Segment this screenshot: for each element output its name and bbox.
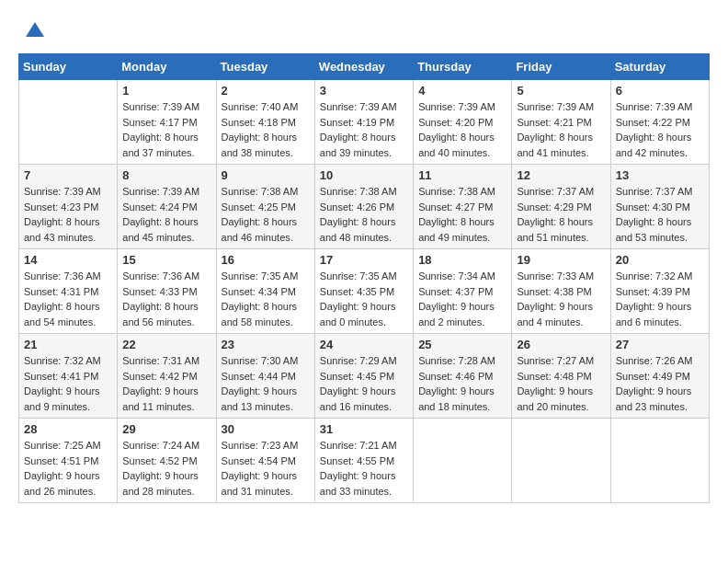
sunrise-text: Sunrise: 7:32 AM: [24, 353, 112, 369]
calendar-week-5: 28 Sunrise: 7:25 AM Sunset: 4:51 PM Dayl…: [19, 419, 710, 503]
daylight-text: Daylight: 8 hours and 53 minutes.: [616, 214, 704, 245]
calendar-cell: 18 Sunrise: 7:34 AM Sunset: 4:37 PM Dayl…: [414, 249, 512, 334]
day-header-wednesday: Wednesday: [314, 54, 413, 80]
day-number: 13: [616, 168, 704, 182]
sunset-text: Sunset: 4:39 PM: [616, 284, 704, 300]
sunrise-text: Sunrise: 7:39 AM: [418, 99, 506, 115]
day-info: Sunrise: 7:28 AM Sunset: 4:46 PM Dayligh…: [418, 353, 506, 414]
day-header-sunday: Sunday: [19, 54, 118, 80]
day-info: Sunrise: 7:36 AM Sunset: 4:33 PM Dayligh…: [122, 269, 210, 329]
calendar-cell: 4 Sunrise: 7:39 AM Sunset: 4:20 PM Dayli…: [414, 80, 512, 165]
daylight-text: Daylight: 9 hours and 4 minutes.: [517, 299, 605, 329]
calendar-week-2: 7 Sunrise: 7:39 AM Sunset: 4:23 PM Dayli…: [19, 165, 710, 249]
sunset-text: Sunset: 4:48 PM: [517, 369, 605, 385]
daylight-text: Daylight: 8 hours and 56 minutes.: [122, 299, 210, 329]
calendar-cell: 29 Sunrise: 7:24 AM Sunset: 4:52 PM Dayl…: [118, 419, 216, 503]
calendar-cell: 15 Sunrise: 7:36 AM Sunset: 4:33 PM Dayl…: [118, 249, 216, 334]
calendar-week-3: 14 Sunrise: 7:36 AM Sunset: 4:31 PM Dayl…: [19, 249, 710, 334]
day-number: 28: [24, 422, 112, 436]
day-header-tuesday: Tuesday: [216, 54, 314, 80]
day-number: 17: [320, 253, 408, 267]
daylight-text: Daylight: 9 hours and 2 minutes.: [418, 299, 506, 329]
day-number: 5: [517, 84, 605, 98]
day-number: 12: [517, 168, 605, 182]
day-number: 9: [222, 168, 310, 182]
day-number: 26: [517, 338, 605, 351]
sunrise-text: Sunrise: 7:39 AM: [616, 99, 704, 115]
calendar-cell: [414, 419, 512, 503]
daylight-text: Daylight: 9 hours and 13 minutes.: [222, 384, 310, 414]
calendar-cell: 10 Sunrise: 7:38 AM Sunset: 4:26 PM Dayl…: [314, 165, 413, 249]
day-number: 7: [24, 168, 112, 182]
sunset-text: Sunset: 4:26 PM: [320, 200, 408, 215]
sunset-text: Sunset: 4:49 PM: [616, 369, 704, 385]
sunrise-text: Sunrise: 7:36 AM: [122, 269, 210, 284]
daylight-text: Daylight: 8 hours and 45 minutes.: [122, 214, 210, 245]
day-number: 21: [24, 338, 112, 351]
daylight-text: Daylight: 8 hours and 46 minutes.: [222, 214, 310, 245]
day-number: 16: [222, 253, 310, 267]
day-info: Sunrise: 7:21 AM Sunset: 4:55 PM Dayligh…: [320, 438, 408, 499]
sunset-text: Sunset: 4:35 PM: [320, 284, 408, 300]
daylight-text: Daylight: 8 hours and 38 minutes.: [222, 130, 310, 160]
day-number: 10: [320, 168, 408, 182]
day-info: Sunrise: 7:39 AM Sunset: 4:24 PM Dayligh…: [122, 184, 210, 245]
day-number: 3: [320, 84, 408, 98]
sunrise-text: Sunrise: 7:27 AM: [517, 353, 605, 369]
day-number: 24: [320, 338, 408, 351]
daylight-text: Daylight: 9 hours and 33 minutes.: [320, 468, 408, 499]
calendar-cell: [512, 419, 610, 503]
day-info: Sunrise: 7:31 AM Sunset: 4:42 PM Dayligh…: [122, 353, 210, 414]
sunrise-text: Sunrise: 7:39 AM: [122, 99, 210, 115]
calendar-cell: 26 Sunrise: 7:27 AM Sunset: 4:48 PM Dayl…: [512, 334, 610, 419]
daylight-text: Daylight: 8 hours and 48 minutes.: [320, 214, 408, 245]
calendar-cell: 13 Sunrise: 7:37 AM Sunset: 4:30 PM Dayl…: [610, 165, 709, 249]
day-info: Sunrise: 7:39 AM Sunset: 4:22 PM Dayligh…: [616, 99, 704, 160]
sunset-text: Sunset: 4:42 PM: [122, 369, 210, 385]
svg-marker-0: [26, 22, 44, 37]
sunset-text: Sunset: 4:22 PM: [616, 115, 704, 131]
calendar-cell: 19 Sunrise: 7:33 AM Sunset: 4:38 PM Dayl…: [512, 249, 610, 334]
daylight-text: Daylight: 8 hours and 41 minutes.: [517, 130, 605, 160]
calendar-cell: 8 Sunrise: 7:39 AM Sunset: 4:24 PM Dayli…: [118, 165, 216, 249]
sunset-text: Sunset: 4:18 PM: [222, 115, 310, 131]
calendar-cell: 9 Sunrise: 7:38 AM Sunset: 4:25 PM Dayli…: [216, 165, 314, 249]
sunset-text: Sunset: 4:19 PM: [320, 115, 408, 131]
calendar-cell: 14 Sunrise: 7:36 AM Sunset: 4:31 PM Dayl…: [19, 249, 118, 334]
sunrise-text: Sunrise: 7:39 AM: [320, 99, 408, 115]
day-info: Sunrise: 7:38 AM Sunset: 4:26 PM Dayligh…: [320, 184, 408, 245]
day-number: 8: [122, 168, 210, 182]
day-info: Sunrise: 7:37 AM Sunset: 4:29 PM Dayligh…: [517, 184, 605, 245]
sunrise-text: Sunrise: 7:39 AM: [24, 184, 112, 200]
sunset-text: Sunset: 4:37 PM: [418, 284, 506, 300]
daylight-text: Daylight: 9 hours and 18 minutes.: [418, 384, 506, 414]
day-info: Sunrise: 7:38 AM Sunset: 4:25 PM Dayligh…: [222, 184, 310, 245]
daylight-text: Daylight: 8 hours and 37 minutes.: [122, 130, 210, 160]
sunrise-text: Sunrise: 7:37 AM: [616, 184, 704, 200]
calendar-cell: 28 Sunrise: 7:25 AM Sunset: 4:51 PM Dayl…: [19, 419, 118, 503]
daylight-text: Daylight: 9 hours and 6 minutes.: [616, 299, 704, 329]
day-info: Sunrise: 7:32 AM Sunset: 4:41 PM Dayligh…: [24, 353, 112, 414]
sunset-text: Sunset: 4:23 PM: [24, 200, 112, 215]
day-info: Sunrise: 7:25 AM Sunset: 4:51 PM Dayligh…: [24, 438, 112, 499]
calendar-cell: 5 Sunrise: 7:39 AM Sunset: 4:21 PM Dayli…: [512, 80, 610, 165]
sunrise-text: Sunrise: 7:40 AM: [222, 99, 310, 115]
day-header-thursday: Thursday: [414, 54, 512, 80]
sunset-text: Sunset: 4:24 PM: [122, 200, 210, 215]
sunset-text: Sunset: 4:54 PM: [222, 454, 310, 469]
calendar-cell: 22 Sunrise: 7:31 AM Sunset: 4:42 PM Dayl…: [118, 334, 216, 419]
sunrise-text: Sunrise: 7:32 AM: [616, 269, 704, 284]
day-info: Sunrise: 7:39 AM Sunset: 4:21 PM Dayligh…: [517, 99, 605, 160]
sunset-text: Sunset: 4:29 PM: [517, 200, 605, 215]
sunset-text: Sunset: 4:34 PM: [222, 284, 310, 300]
calendar-cell: 20 Sunrise: 7:32 AM Sunset: 4:39 PM Dayl…: [610, 249, 709, 334]
sunset-text: Sunset: 4:17 PM: [122, 115, 210, 131]
sunset-text: Sunset: 4:31 PM: [24, 284, 112, 300]
day-info: Sunrise: 7:40 AM Sunset: 4:18 PM Dayligh…: [222, 99, 310, 160]
sunset-text: Sunset: 4:25 PM: [222, 200, 310, 215]
sunrise-text: Sunrise: 7:23 AM: [222, 438, 310, 454]
daylight-text: Daylight: 9 hours and 16 minutes.: [320, 384, 408, 414]
day-info: Sunrise: 7:39 AM Sunset: 4:19 PM Dayligh…: [320, 99, 408, 160]
day-info: Sunrise: 7:33 AM Sunset: 4:38 PM Dayligh…: [517, 269, 605, 329]
calendar-cell: 16 Sunrise: 7:35 AM Sunset: 4:34 PM Dayl…: [216, 249, 314, 334]
